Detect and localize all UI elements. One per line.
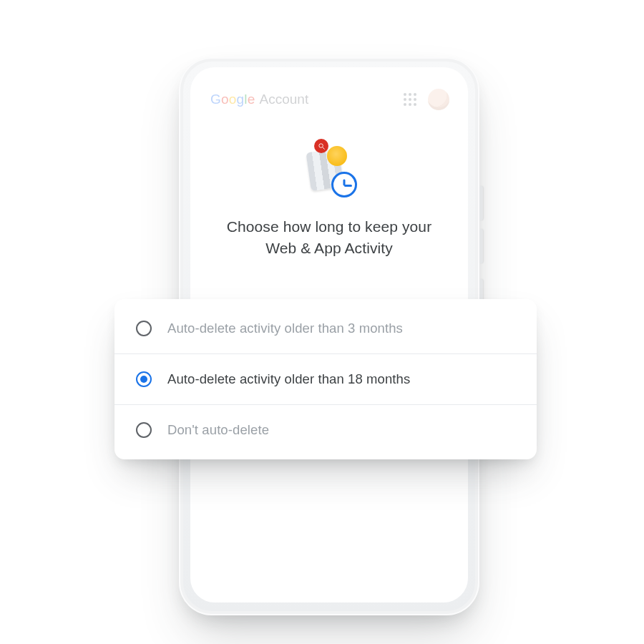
svg-point-0: [318, 143, 323, 147]
option-label: Auto-delete activity older than 18 month…: [167, 371, 410, 387]
user-avatar[interactable]: [428, 89, 449, 110]
stage: Google Account: [0, 0, 644, 644]
volume-up-button[interactable]: [479, 186, 483, 220]
auto-delete-option-3mo[interactable]: Auto-delete activity older than 3 months: [114, 303, 537, 353]
auto-delete-option-none[interactable]: Don't auto-delete: [114, 404, 537, 455]
app-header: Google Account: [190, 67, 468, 117]
auto-delete-options-card: Auto-delete activity older than 3 months…: [114, 299, 537, 459]
clock-icon: [331, 172, 357, 197]
account-label: Account: [260, 92, 309, 107]
auto-delete-option-18mo[interactable]: Auto-delete activity older than 18 month…: [114, 353, 537, 404]
header-actions: [404, 89, 449, 110]
radio-icon: [136, 371, 152, 387]
radio-icon: [136, 422, 152, 438]
search-icon: [314, 139, 328, 153]
hero: Choose how long to keep your Web & App A…: [190, 143, 468, 260]
google-wordmark: Google: [210, 92, 255, 107]
coin-icon: [327, 146, 347, 166]
option-label: Auto-delete activity older than 3 months: [167, 321, 403, 336]
svg-line-1: [322, 147, 324, 149]
volume-down-button[interactable]: [479, 229, 483, 263]
hero-illustration: [298, 143, 360, 196]
brand: Google Account: [210, 92, 308, 107]
option-label: Don't auto-delete: [167, 422, 269, 438]
page-title: Choose how long to keep your Web & App A…: [216, 216, 442, 260]
radio-icon: [136, 321, 152, 336]
apps-grid-icon[interactable]: [404, 93, 416, 106]
